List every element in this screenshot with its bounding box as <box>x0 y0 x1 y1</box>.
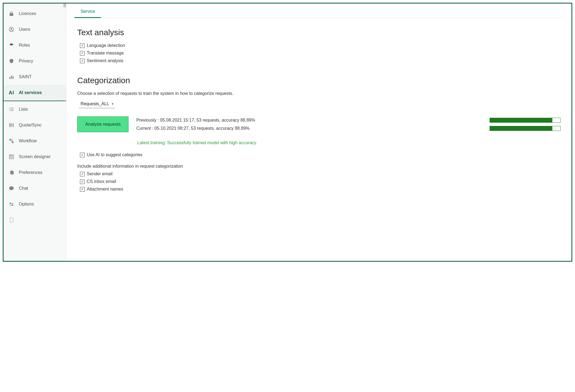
categorization-title: Categorization <box>77 76 563 85</box>
check-sender-email[interactable]: ✓ Sender email <box>80 171 563 176</box>
svg-rect-5 <box>10 77 10 79</box>
ai-icon: AI <box>8 90 14 96</box>
sidebar-item-saint[interactable]: SAINT <box>4 69 66 85</box>
check-language-detection[interactable]: ✓ Language detection <box>80 43 563 48</box>
sidebar-item-users[interactable]: Users <box>4 22 66 37</box>
training-status-text: Latest training: Successfully trained mo… <box>137 140 563 145</box>
sidebar-item-privacy[interactable]: Privacy <box>4 53 66 69</box>
sidebar-item-label: Roles <box>19 43 30 48</box>
svg-rect-15 <box>10 123 10 127</box>
gear-icon <box>8 170 14 176</box>
chat-icon <box>8 185 14 191</box>
sidebar-item-label: AI services <box>19 90 42 95</box>
svg-point-12 <box>9 110 10 111</box>
check-translate-message[interactable]: ✓ Translate message <box>80 51 563 56</box>
svg-point-3 <box>10 44 11 45</box>
checkbox-label: Use AI to suggest categories <box>87 152 142 157</box>
sidebar-item-label: Quote/Sync <box>19 123 42 128</box>
checkbox[interactable]: ✓ <box>80 51 85 56</box>
categorization-section: Categorization Choose a selection of req… <box>77 76 563 194</box>
svg-rect-16 <box>11 123 11 127</box>
svg-rect-6 <box>11 76 12 79</box>
sidebar-item-licences[interactable]: Licences <box>4 6 66 22</box>
accuracy-bar-previous <box>490 118 561 123</box>
main-content: Service Text analysis ✓ Language detecti… <box>66 4 571 261</box>
workflow-icon <box>8 138 14 144</box>
svg-rect-9 <box>11 108 14 108</box>
accuracy-bar-previous-fill <box>490 118 552 122</box>
svg-rect-22 <box>10 155 14 159</box>
svg-rect-23 <box>10 155 11 156</box>
svg-rect-19 <box>13 123 14 127</box>
svg-rect-7 <box>13 76 13 79</box>
svg-point-2 <box>10 44 13 46</box>
training-run-info: Previously : 05.08.2021 15:17, 53 reques… <box>136 118 255 131</box>
checkbox[interactable]: ✓ <box>80 172 85 176</box>
sidebar-item-lists[interactable]: Lists <box>4 101 66 117</box>
sidebar-item-workflow[interactable]: Workflow <box>4 133 66 149</box>
tab-bar: Service <box>75 6 563 18</box>
sidebar-item-label: Chat <box>19 186 28 191</box>
checkbox-label: Sentiment analysis <box>87 58 123 63</box>
current-run-text: Current : 05.10.2021 08:27, 53 requests,… <box>136 126 255 131</box>
checkbox[interactable]: ✓ <box>80 59 85 63</box>
tab-service[interactable]: Service <box>75 6 101 18</box>
checkbox-label: Translate message <box>87 51 124 56</box>
checkbox[interactable]: ✓ <box>80 187 85 192</box>
sidebar-item-chat[interactable]: Chat <box>4 180 66 196</box>
sliders-icon <box>8 201 14 207</box>
analyze-row: Analyze requests Previously : 05.08.2021… <box>77 116 563 132</box>
sidebar-item-preferences[interactable]: Preferences <box>4 165 66 180</box>
checkbox[interactable]: ✓ <box>80 179 85 184</box>
roles-icon <box>8 42 14 48</box>
previous-run-text: Previously : 05.08.2021 15:17, 53 reques… <box>136 118 255 123</box>
app-window: Licences Users Roles Privacy SAINT <box>3 3 572 262</box>
sidebar-item-label: SAINT <box>19 74 32 79</box>
svg-point-4 <box>12 44 13 45</box>
lock-icon <box>8 11 14 17</box>
svg-point-10 <box>9 109 10 110</box>
request-selection-dropdown[interactable]: Requests_ALL ▾ <box>79 100 115 108</box>
analyze-requests-button[interactable]: Analyze requests <box>77 116 129 132</box>
svg-point-8 <box>9 108 10 108</box>
chevron-down-icon: ▾ <box>112 102 114 106</box>
svg-rect-26 <box>10 157 13 158</box>
sidebar-item-label: Licences <box>19 11 36 16</box>
checkbox-label: Language detection <box>87 43 125 48</box>
checkbox[interactable]: ✓ <box>80 43 85 48</box>
bar-chart-icon <box>8 74 14 80</box>
checkbox[interactable]: ✓ <box>80 153 85 157</box>
sidebar-item-roles[interactable]: Roles <box>4 37 66 53</box>
accuracy-bars <box>490 118 563 131</box>
sidebar-item-label: Screen designer <box>19 154 51 159</box>
sidebar-item-quote-sync[interactable]: Quote/Sync <box>4 117 66 133</box>
sidebar-item-cut[interactable] <box>4 212 66 223</box>
layout-icon <box>8 154 14 160</box>
list-icon <box>8 106 14 112</box>
accuracy-bar-current-fill <box>490 126 552 131</box>
check-cs-inbox-email[interactable]: ✓ CS inbox email <box>80 179 563 184</box>
sidebar-item-label: Privacy <box>19 59 33 64</box>
check-sentiment-analysis[interactable]: ✓ Sentiment analysis <box>80 58 563 63</box>
checkbox-label: Sender email <box>87 171 112 176</box>
checkbox-label: CS inbox email <box>87 179 116 184</box>
accuracy-bar-current <box>490 126 561 131</box>
sidebar-item-ai-services[interactable]: AI AI services <box>4 85 66 101</box>
user-icon <box>8 26 14 32</box>
check-use-ai-suggest[interactable]: ✓ Use AI to suggest categories <box>80 152 563 157</box>
sidebar-item-label: Options <box>19 202 34 207</box>
document-icon <box>8 217 14 223</box>
svg-rect-21 <box>12 141 14 143</box>
svg-point-30 <box>12 204 13 206</box>
text-analysis-section: Text analysis ✓ Language detection ✓ Tra… <box>77 28 563 66</box>
check-attachment-names[interactable]: ✓ Attachment names <box>80 187 563 192</box>
sidebar-item-label: Users <box>19 27 30 32</box>
sidebar-scrollbar[interactable] <box>63 4 66 7</box>
sidebar-item-screen-designer[interactable]: Screen designer <box>4 149 66 165</box>
svg-point-28 <box>10 203 11 204</box>
sidebar-item-options[interactable]: Options <box>4 196 66 212</box>
include-additional-title: Include additional information in reques… <box>77 164 563 169</box>
dropdown-value: Requests_ALL <box>81 101 109 106</box>
sidebar-item-label: Preferences <box>19 170 42 175</box>
sidebar-item-label: Lists <box>19 107 28 112</box>
